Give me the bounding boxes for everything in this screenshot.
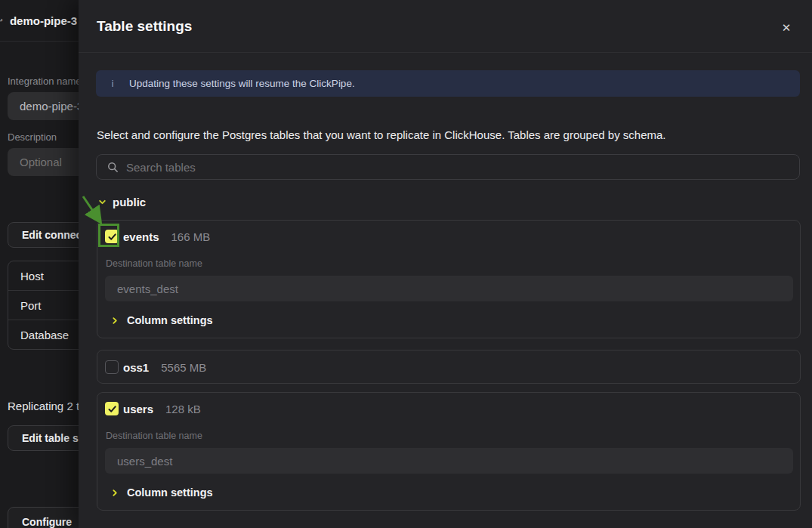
integration-name-label: Integration name — [8, 76, 82, 87]
checkbox-users[interactable] — [105, 402, 119, 415]
search-input[interactable] — [126, 161, 799, 174]
checkbox-oss1[interactable] — [105, 360, 119, 374]
column-settings-label: Column settings — [127, 314, 213, 326]
check-icon — [107, 404, 117, 414]
destination-table-label: Destination table name — [106, 431, 202, 441]
column-settings-toggle[interactable]: Column settings — [111, 486, 213, 499]
description-label: Description — [8, 131, 57, 143]
column-settings-toggle[interactable]: Column settings — [111, 314, 213, 326]
table-card-oss1: oss1 5565 MB — [97, 350, 801, 384]
destination-table-input-users[interactable] — [105, 448, 793, 474]
table-size: 128 kB — [165, 403, 201, 415]
chevron-down-icon — [98, 198, 107, 206]
modal-header: Table settings ✕ — [79, 0, 812, 53]
table-row: oss1 5565 MB — [105, 360, 206, 374]
table-name: oss1 — [123, 361, 149, 374]
schema-group-public[interactable]: public — [98, 196, 146, 208]
table-row: events 166 MB — [105, 230, 210, 243]
info-banner: i Updating these settings will resume th… — [96, 70, 800, 97]
table-name: events — [123, 230, 159, 243]
close-icon[interactable]: ✕ — [778, 20, 795, 36]
pipe-title: demo-pipe-3 — [10, 14, 77, 27]
table-size: 166 MB — [171, 230, 211, 243]
chevron-right-icon — [111, 316, 119, 325]
table-size: 5565 MB — [161, 361, 206, 374]
column-settings-label: Column settings — [127, 486, 213, 499]
info-icon: i — [96, 79, 129, 89]
info-banner-text: Updating these settings will resume the … — [129, 78, 355, 89]
schema-name: public — [113, 196, 146, 208]
table-row: users 128 kB — [105, 402, 201, 415]
destination-table-label: Destination table name — [106, 258, 202, 269]
destination-table-input-events[interactable] — [105, 276, 793, 301]
back-icon[interactable]: ↩ — [0, 15, 3, 26]
table-card-users: users 128 kB Destination table name Colu… — [97, 392, 801, 511]
table-name: users — [123, 403, 153, 415]
modal-description: Select and configure the Postgres tables… — [97, 128, 666, 141]
table-card-events: events 166 MB Destination table name Col… — [97, 220, 801, 338]
modal-title: Table settings — [97, 18, 192, 35]
search-icon — [107, 162, 119, 173]
check-icon — [107, 232, 117, 242]
checkbox-events[interactable] — [105, 230, 119, 243]
chevron-right-icon — [111, 489, 119, 497]
search-tables-box[interactable] — [96, 154, 800, 180]
table-settings-modal: Table settings ✕ i Updating these settin… — [79, 0, 812, 528]
